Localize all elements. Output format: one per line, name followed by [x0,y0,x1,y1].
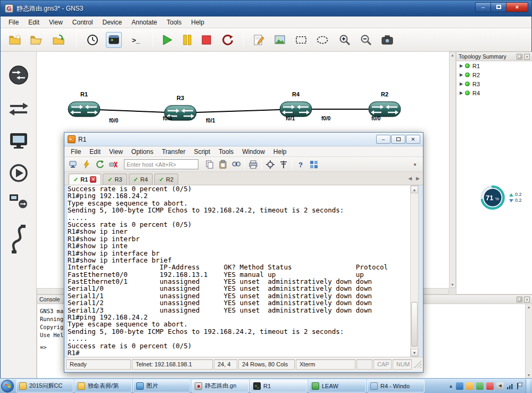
crt-menu-transfer[interactable]: Transfer [157,147,189,157]
crt-menu-window[interactable]: Window [238,147,269,157]
disconnect-button[interactable] [107,159,119,170]
summary-item-r2[interactable]: ▶ R2 [456,70,532,79]
crt-menu-edit[interactable]: Edit [85,147,105,157]
expand-arrow-icon[interactable]: ▶ [460,81,465,86]
tab-scroll-left-icon[interactable]: ◀ [408,176,412,181]
zoom-in-button[interactable] [337,32,353,48]
expand-arrow-icon[interactable]: ▶ [460,72,465,77]
dock-float-button[interactable]: ❏ [517,54,522,60]
host-input[interactable] [124,159,198,169]
terminal-minimize-button[interactable]: – [376,135,390,144]
node-r1[interactable]: R1 [66,91,102,121]
expand-arrow-icon[interactable]: ▶ [460,91,465,95]
add-note-button[interactable] [251,32,267,48]
menu-help[interactable]: Help [186,17,209,28]
maximize-button[interactable] [491,2,506,12]
tab-r4[interactable]: ✓ R4 [129,174,153,185]
show-desktop-button[interactable] [526,379,530,393]
save-project-button[interactable] [51,32,66,48]
add-link-button[interactable] [8,223,29,255]
expand-arrow-icon[interactable]: ▶ [460,63,465,68]
reload-button[interactable] [220,32,236,48]
browse-all-devices-button[interactable] [8,189,29,212]
tab-close-icon[interactable]: × [90,176,96,183]
terminal-close-button[interactable]: ✕ [406,135,420,144]
summary-item-r1[interactable]: ▶ R1 [456,61,532,70]
screenshot-button[interactable] [379,32,395,48]
taskbar-item-4[interactable]: 静态路由.gn [192,380,249,392]
crt-menu-help[interactable]: Help [269,147,291,157]
console-connect-all-button[interactable]: a [106,32,122,48]
insert-picture-button[interactable] [272,32,288,48]
copy-button[interactable] [204,159,215,170]
dock-close-button[interactable]: × [524,297,530,302]
summary-item-r3[interactable]: ▶ R3 [456,79,532,88]
tab-scroll-right-icon[interactable]: ▶ [416,176,420,181]
canvas-vertical-scrollbar[interactable]: ▲▼ [449,52,456,288]
mail-tray-icon[interactable] [466,382,473,390]
new-project-button[interactable] [7,32,23,48]
crt-menu-view[interactable]: View [105,147,127,157]
terminal-output[interactable]: Success rate is 0 percent (0/5) R1#ping … [68,185,410,357]
volume-icon[interactable]: ◄ [496,382,504,390]
menu-edit[interactable]: Edit [23,17,44,28]
menu-control[interactable]: Control [68,17,98,28]
reconnect-button[interactable] [94,159,106,170]
terminal-scrollbar[interactable]: ▲ ▼ [410,185,419,357]
taskbar-item-2[interactable]: 独命表师/第 [74,380,132,392]
node-r4[interactable]: R4 [278,91,313,121]
taskbar-item-3[interactable]: 图片 [133,380,190,392]
im-tray-icon[interactable] [456,382,463,390]
idle-pc-button[interactable] [85,32,101,48]
draw-rectangle-button[interactable] [293,32,309,48]
scroll-down-icon[interactable]: ▼ [411,349,418,356]
crt-menu-script[interactable]: Script [189,147,214,157]
console-scrollbar[interactable]: ▲▼ [525,304,532,378]
menu-device[interactable]: Device [98,17,127,28]
tab-r1[interactable]: ✓ R1 × [69,174,101,185]
browse-security-devices-button[interactable] [8,161,29,185]
crt-menu-file[interactable]: File [66,147,85,157]
open-project-button[interactable] [28,32,44,48]
quick-connect-button[interactable] [81,159,93,170]
summary-item-r4[interactable]: ▶ R4 [456,88,532,97]
taskbar-item-5[interactable]: >_ R1 [250,380,307,392]
terminal-titlebar[interactable]: >_ R1 – ✕ [64,133,423,146]
performance-gauge-widget[interactable]: 71 % 0.2 0.2 [479,183,531,212]
start-button[interactable] [159,32,175,48]
session-manager-button[interactable] [308,159,320,170]
close-button[interactable]: × [506,2,528,12]
browse-routers-button[interactable] [8,63,29,87]
suspend-button[interactable] [179,32,195,48]
minimize-button[interactable]: – [475,2,491,12]
help-button[interactable]: ? [295,159,306,170]
session-connect-button[interactable] [68,159,79,170]
crt-menu-tools[interactable]: Tools [214,147,238,157]
tab-r3[interactable]: ✓ R3 [103,174,127,185]
dock-float-button[interactable]: ❏ [517,297,522,302]
stop-button[interactable] [198,32,214,48]
find-button[interactable] [230,159,242,170]
scroll-up-icon[interactable]: ▲ [411,186,418,193]
keymap-button[interactable] [278,159,289,170]
scrollbar-thumb[interactable] [411,302,418,347]
menu-tools[interactable]: Tools [162,17,186,28]
paste-button[interactable] [217,159,229,170]
media-tray-icon[interactable] [486,382,494,390]
taskbar-item-1[interactable]: 2015问辉CC [16,380,73,392]
menu-view[interactable]: View [44,17,68,28]
security-tray-icon[interactable] [476,382,484,390]
browse-switches-button[interactable] [8,97,29,121]
tab-r2[interactable]: ✓ R2 [154,174,178,185]
taskbar-item-7[interactable]: R4 - Windo [367,380,425,392]
browse-end-devices-button[interactable] [8,129,29,153]
zoom-out-button[interactable] [358,32,374,48]
action-center-flag-icon[interactable] [517,382,523,390]
print-button[interactable] [247,159,259,170]
menu-file[interactable]: File [4,17,23,28]
start-button[interactable] [1,380,14,392]
show-hidden-icons-button[interactable]: ▲ [448,383,453,389]
draw-ellipse-button[interactable] [314,32,330,48]
terminal-restore-button[interactable] [391,135,405,144]
toolbar-overflow-button[interactable]: ▼ [411,159,419,170]
